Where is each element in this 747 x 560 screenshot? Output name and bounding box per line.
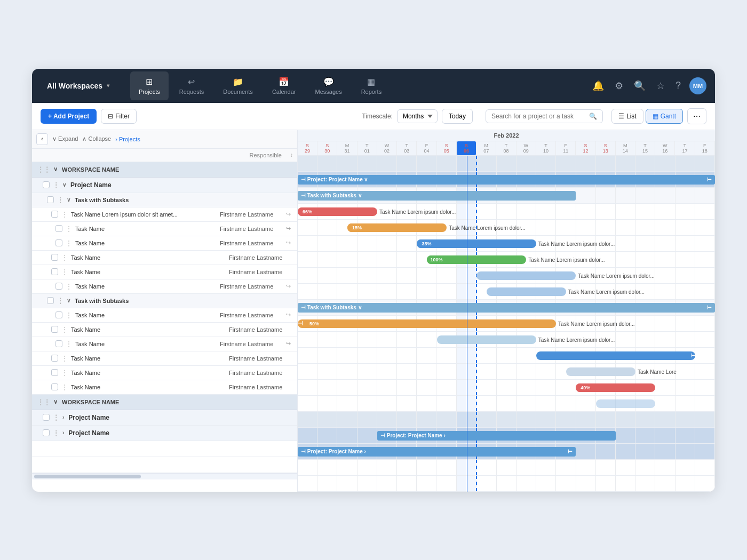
- project-expand-icon-1[interactable]: ∨: [62, 182, 66, 188]
- collapse-button[interactable]: ∧ Collapse: [82, 135, 111, 142]
- tg1-checkbox[interactable]: [47, 196, 54, 203]
- nav-item-calendar[interactable]: 📅 Calendar: [264, 71, 305, 100]
- gantt-cell: [695, 396, 715, 411]
- drag-handle-project-1[interactable]: ⋮: [53, 181, 59, 189]
- search-input[interactable]: [491, 113, 586, 120]
- collapse-left-button[interactable]: ‹: [36, 133, 48, 145]
- ws2-drag[interactable]: ⋮⋮: [37, 398, 50, 406]
- gantt-cell: [298, 396, 317, 411]
- settings-icon[interactable]: ⚙: [613, 78, 625, 94]
- nav-item-documents[interactable]: 📁 Documents: [214, 71, 261, 100]
- nav-item-projects[interactable]: ⊞ Projects: [130, 71, 169, 100]
- help-icon[interactable]: ?: [673, 78, 683, 93]
- tg1-drag[interactable]: ⋮: [57, 196, 63, 204]
- t6-checkbox[interactable]: [55, 283, 62, 290]
- gantt-bar[interactable]: 15%Task Name Lorem ipsum dolor...: [347, 223, 447, 232]
- filter-button[interactable]: ⊟ Filter: [101, 109, 137, 124]
- t3-checkbox[interactable]: [55, 239, 62, 246]
- p3-expand-icon[interactable]: ›: [62, 430, 64, 436]
- gantt-bar[interactable]: 35%Task Name Lorem ipsum dolor...: [417, 239, 536, 248]
- gantt-project-bar[interactable]: ⊣ Project: Project Name ›⊢: [298, 447, 576, 457]
- nav-item-messages[interactable]: 💬 Messages: [307, 71, 351, 100]
- p3-checkbox[interactable]: [43, 429, 50, 436]
- avatar[interactable]: MM: [689, 77, 706, 94]
- workspace-selector[interactable]: All Workspaces ▾: [41, 77, 126, 94]
- t7-checkbox[interactable]: [55, 311, 62, 318]
- t7-drag[interactable]: ⋮: [66, 311, 72, 319]
- t12-drag[interactable]: ⋮: [61, 383, 68, 391]
- gantt-view-button[interactable]: ▦ Gantt: [646, 109, 683, 124]
- gantt-bar[interactable]: 100%Task Name Lorem ipsum dolor...: [427, 255, 526, 264]
- p3-drag[interactable]: ⋮: [53, 429, 59, 437]
- list-view-button[interactable]: ☰ List: [611, 109, 643, 124]
- add-project-button[interactable]: + Add Project: [41, 109, 97, 124]
- nav-item-reports[interactable]: ▦ Reports: [353, 71, 391, 100]
- t2-checkbox[interactable]: [55, 225, 62, 232]
- t6-drag[interactable]: ⋮: [66, 283, 72, 290]
- gantt-bar[interactable]: Task Name Lore: [566, 367, 635, 376]
- gantt-cell: [576, 476, 596, 491]
- gantt-bar[interactable]: Task Name Lorem ipsum dolor...: [487, 287, 566, 296]
- t2-drag[interactable]: ⋮: [66, 225, 72, 233]
- gantt-project-bar[interactable]: ⊣ Project: Project Name ∨⊢: [298, 175, 715, 185]
- p2-drag[interactable]: ⋮: [53, 414, 59, 421]
- project-checkbox-1[interactable]: [43, 181, 50, 188]
- t4-label: Task Name: [71, 254, 227, 261]
- t1-subtask-icon[interactable]: ↪: [286, 211, 291, 218]
- gantt-task-group-bar[interactable]: ⊣ Task with Subtasks ∨⊢: [298, 303, 715, 313]
- gantt-bar[interactable]: 40%: [576, 383, 655, 392]
- expand-button[interactable]: ∨ Expand: [52, 135, 78, 142]
- t11-checkbox[interactable]: [51, 369, 58, 376]
- t8-checkbox[interactable]: [51, 326, 58, 333]
- favorites-icon[interactable]: ☆: [654, 78, 667, 94]
- tg1-name: Task with Subtasks: [75, 197, 293, 203]
- t2-subtask-icon[interactable]: ↪: [286, 225, 291, 232]
- t7-subtask-icon[interactable]: ↪: [286, 311, 291, 318]
- t9-checkbox[interactable]: [55, 340, 62, 347]
- t3-subtask-icon[interactable]: ↪: [286, 239, 291, 246]
- gantt-project-bar[interactable]: ⊣ Project: Project Name ›: [377, 431, 616, 441]
- notifications-icon[interactable]: 🔔: [590, 78, 606, 94]
- gantt-bar[interactable]: Task Name Lorem ipsum dolor...: [476, 271, 576, 280]
- today-button[interactable]: Today: [442, 109, 473, 124]
- gantt-bar[interactable]: 66%Task Name Lorem ipsum dolor...: [298, 207, 377, 216]
- more-options-button[interactable]: ⋯: [687, 108, 706, 124]
- tg2-drag[interactable]: ⋮: [57, 297, 63, 305]
- search-icon[interactable]: 🔍: [632, 78, 648, 94]
- tg2-checkbox[interactable]: [47, 297, 54, 304]
- tg1-expand-icon[interactable]: ∨: [67, 197, 70, 203]
- p2-checkbox[interactable]: [43, 414, 50, 421]
- t11-drag[interactable]: ⋮: [61, 369, 68, 377]
- tg2-expand-icon[interactable]: ∨: [67, 298, 70, 303]
- gantt-bar[interactable]: Task Name Lorem ipsum dolor...: [437, 335, 536, 344]
- p2-expand-icon[interactable]: ›: [62, 414, 64, 420]
- t1-checkbox[interactable]: [51, 211, 58, 218]
- t5-drag[interactable]: ⋮: [61, 268, 68, 276]
- gantt-row-e1: [298, 460, 715, 476]
- timescale-select[interactable]: Months Weeks Days: [397, 109, 438, 123]
- t8-drag[interactable]: ⋮: [61, 326, 68, 333]
- t12-checkbox[interactable]: [51, 383, 58, 390]
- t9-subtask-icon[interactable]: ↪: [286, 340, 291, 347]
- nav-item-requests[interactable]: ↩ Requests: [171, 71, 212, 100]
- gantt-bar[interactable]: [596, 399, 656, 408]
- t10-drag[interactable]: ⋮: [61, 355, 68, 362]
- t1-drag[interactable]: ⋮: [61, 211, 68, 218]
- t6-subtask-icon[interactable]: ↪: [286, 283, 291, 290]
- drag-handle-icon[interactable]: ⋮⋮: [37, 166, 50, 173]
- workspace-chevron-icon[interactable]: ∨: [53, 166, 58, 173]
- t4-drag[interactable]: ⋮: [61, 254, 68, 261]
- breadcrumb-projects[interactable]: › Projects: [115, 136, 140, 142]
- t3-drag[interactable]: ⋮: [66, 239, 72, 247]
- t4-checkbox[interactable]: [51, 254, 58, 261]
- gantt-cell: [635, 444, 655, 459]
- t9-drag[interactable]: ⋮: [66, 340, 72, 348]
- sort-icon[interactable]: ↕: [290, 152, 293, 158]
- t10-checkbox[interactable]: [51, 355, 58, 362]
- horizontal-scrollbar[interactable]: [34, 475, 141, 478]
- gantt-bar[interactable]: ⊣50%Task Name Lorem ipsum dolor...: [298, 319, 556, 328]
- gantt-bar[interactable]: ⊢: [536, 351, 695, 360]
- gantt-task-group-bar[interactable]: ⊣ Task with Subtasks ∨: [298, 191, 576, 201]
- ws2-chevron[interactable]: ∨: [53, 398, 58, 405]
- t5-checkbox[interactable]: [51, 268, 58, 275]
